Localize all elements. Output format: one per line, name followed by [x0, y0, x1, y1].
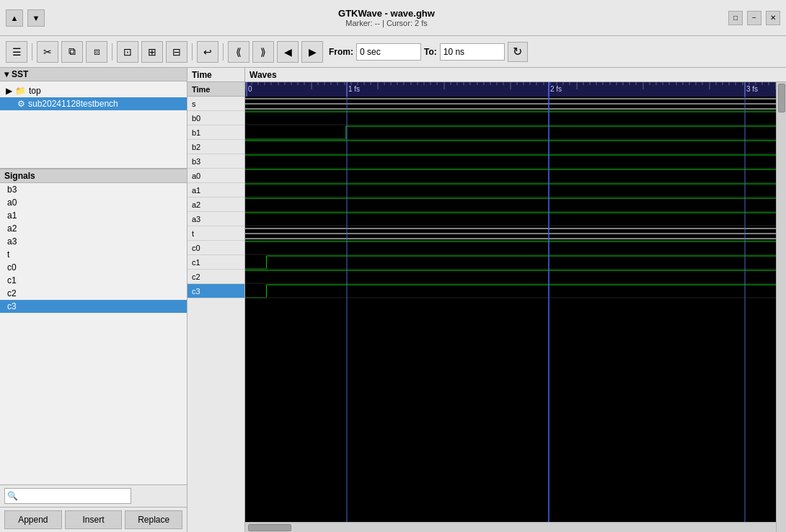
wave-signal-name-item: c1 [187, 255, 244, 270]
wave-display[interactable] [245, 82, 776, 522]
window-subtitle: Marker: -- | Cursor: 2 fs [345, 19, 427, 27]
signals-search-input[interactable] [4, 488, 131, 504]
hscroll-thumb[interactable] [248, 524, 291, 531]
title-bar-arrows: ▲ ▼ [6, 9, 45, 27]
to-input[interactable] [440, 43, 505, 61]
wave-signal-name-item: a0 [187, 169, 244, 183]
signals-action-buttons: Append Insert Replace [0, 507, 187, 532]
signals-col-header-text: Time [192, 70, 212, 80]
replace-button[interactable]: Replace [125, 510, 182, 529]
zoom-range-button[interactable]: ⊟ [166, 41, 187, 63]
signals-section: Signals b3a0a1a2a3tc0c1c2c3 🔍 Append Ins… [0, 169, 187, 532]
to-label: To: [424, 47, 437, 57]
from-label: From: [329, 47, 353, 57]
waves-header-label: Waves [245, 68, 786, 81]
sst-top-label: top [29, 86, 41, 96]
right-panel: Time Waves Time sb0b1b2b3a0a1a2a3tc0c1c2… [187, 68, 786, 532]
wave-signal-name-item: c3 [187, 284, 244, 298]
insert-button[interactable]: Insert [65, 510, 123, 529]
sst-testbench-label: sub20241128testbench [28, 99, 118, 109]
window-title: GTKWave - wave.ghw [338, 8, 435, 19]
wave-signal-name-item: t [187, 226, 244, 241]
wave-signal-name-item: a1 [187, 183, 244, 198]
go-first-button[interactable]: ⟪ [228, 41, 250, 63]
minimize-button[interactable]: − [747, 11, 761, 25]
append-button[interactable]: Append [4, 510, 62, 529]
time-col-label: Time [192, 85, 210, 94]
title-center: GTKWave - wave.ghw Marker: -- | Cursor: … [45, 8, 728, 27]
wave-signal-name-item: b3 [187, 154, 244, 169]
wave-signal-names-list: sb0b1b2b3a0a1a2a3tc0c1c2c3 [187, 97, 244, 532]
wave-signals-column: Time sb0b1b2b3a0a1a2a3tc0c1c2c3 [187, 82, 245, 532]
wave-signal-name-item: s [187, 97, 244, 111]
toolbar-separator-4 [223, 43, 224, 61]
wave-canvas[interactable] [245, 82, 776, 522]
wave-vscroll[interactable] [776, 82, 786, 532]
sst-header: ▾ SST [0, 68, 187, 81]
waves-signals-header-label: Time [187, 68, 245, 81]
maximize-button[interactable]: □ [728, 11, 743, 25]
toolbar-separator-2 [112, 43, 112, 61]
sst-item-testbench[interactable]: ⚙ sub20241128testbench [0, 97, 187, 110]
signal-list-item[interactable]: b3 [0, 183, 187, 196]
signal-list-item[interactable]: c1 [0, 274, 187, 287]
close-button[interactable]: ✕ [766, 11, 780, 25]
arrow-down-btn[interactable]: ▼ [27, 9, 45, 27]
sst-gear-icon: ⚙ [17, 99, 25, 109]
title-bar: ▲ ▼ GTKWave - wave.ghw Marker: -- | Curs… [0, 0, 786, 36]
refresh-button[interactable]: ↻ [508, 42, 528, 62]
go-next-button[interactable]: ▶ [301, 41, 323, 63]
title-bar-controls: □ − ✕ [728, 11, 780, 25]
waves-header-row: Time Waves [187, 68, 786, 82]
zoom-fit-button[interactable]: ⊞ [141, 41, 163, 63]
wave-signal-name-item: a2 [187, 198, 244, 212]
search-input-wrap: 🔍 [4, 488, 182, 504]
left-panel: ▾ SST ▶ 📁 top ⚙ sub20241128testbench Sig… [0, 68, 187, 532]
cut-button[interactable]: ✂ [37, 41, 58, 63]
toolbar-separator-3 [192, 43, 193, 61]
signal-list-item[interactable]: c3 [0, 300, 187, 313]
select-all-button[interactable]: ⊡ [117, 41, 138, 63]
sst-folder-icon2: 📁 [15, 86, 26, 96]
wave-signal-name-item: a3 [187, 212, 244, 226]
signal-list-item[interactable]: c0 [0, 261, 187, 274]
sst-collapse-icon[interactable]: ▾ [4, 69, 9, 79]
wave-display-wrapper [245, 82, 776, 532]
paste-button[interactable]: ⧇ [86, 41, 107, 63]
sst-item-top[interactable]: ▶ 📁 top [0, 84, 187, 97]
waves-header-text: Waves [250, 70, 277, 80]
signals-list[interactable]: b3a0a1a2a3tc0c1c2c3 [0, 183, 187, 484]
signal-list-item[interactable]: a1 [0, 209, 187, 222]
signal-list-item[interactable]: a3 [0, 235, 187, 248]
vscroll-thumb[interactable] [778, 84, 785, 112]
wave-signal-name-item: c2 [187, 270, 244, 284]
go-prev-button[interactable]: ◀ [277, 41, 299, 63]
copy-button[interactable]: ⧉ [61, 41, 83, 63]
go-last-button[interactable]: ⟫ [252, 41, 274, 63]
signals-panel-header: Signals [0, 169, 187, 183]
wave-signal-name-item: c0 [187, 241, 244, 255]
wave-signal-name-item: b0 [187, 111, 244, 125]
wave-signal-name-item: b1 [187, 125, 244, 140]
waves-content: Time sb0b1b2b3a0a1a2a3tc0c1c2c3 [187, 82, 786, 532]
sst-folder-icon: ▶ [6, 86, 12, 96]
hamburger-menu-button[interactable]: ☰ [6, 41, 27, 63]
wave-signal-name-item: b2 [187, 140, 244, 154]
signal-list-item[interactable]: a2 [0, 222, 187, 235]
arrow-up-btn[interactable]: ▲ [6, 9, 23, 27]
toolbar: ☰ ✂ ⧉ ⧇ ⊡ ⊞ ⊟ ↩ ⟪ ⟫ ◀ ▶ From: To: ↻ [0, 36, 786, 68]
sst-tree: ▶ 📁 top ⚙ sub20241128testbench [0, 81, 187, 168]
toolbar-separator-1 [32, 43, 32, 61]
signal-list-item[interactable]: t [0, 248, 187, 261]
time-range-group: From: To: ↻ [329, 42, 528, 62]
signal-list-item[interactable]: c2 [0, 287, 187, 300]
undo-button[interactable]: ↩ [197, 41, 218, 63]
sst-section: ▾ SST ▶ 📁 top ⚙ sub20241128testbench [0, 68, 187, 169]
wave-time-col-header: Time [187, 82, 244, 97]
from-input[interactable] [356, 43, 421, 61]
main-area: ▾ SST ▶ 📁 top ⚙ sub20241128testbench Sig… [0, 68, 786, 532]
sst-label: SST [12, 69, 28, 79]
signal-list-item[interactable]: a0 [0, 196, 187, 209]
wave-hscroll[interactable] [245, 522, 776, 532]
signals-search-bar: 🔍 [0, 484, 187, 507]
